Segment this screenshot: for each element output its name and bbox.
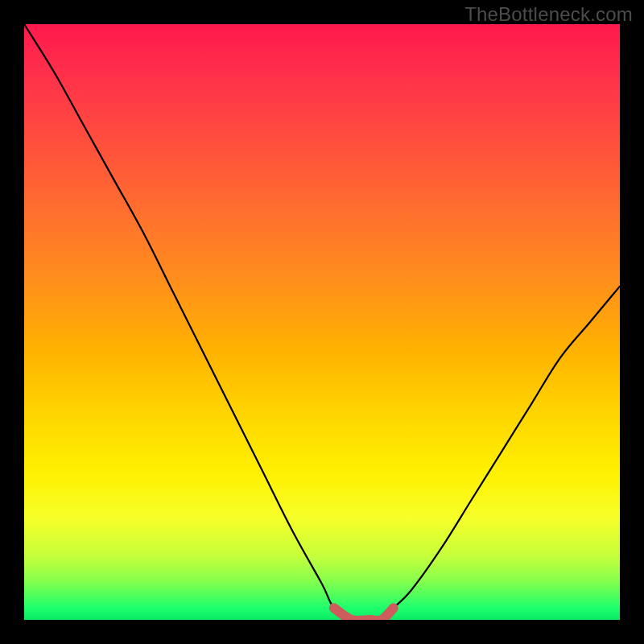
chart-svg <box>24 24 620 620</box>
bottleneck-curve <box>24 24 620 620</box>
chart-frame: TheBottleneck.com <box>0 0 644 644</box>
watermark-text: TheBottleneck.com <box>464 3 633 26</box>
optimal-flat-segment <box>334 608 394 620</box>
plot-area <box>24 24 620 620</box>
